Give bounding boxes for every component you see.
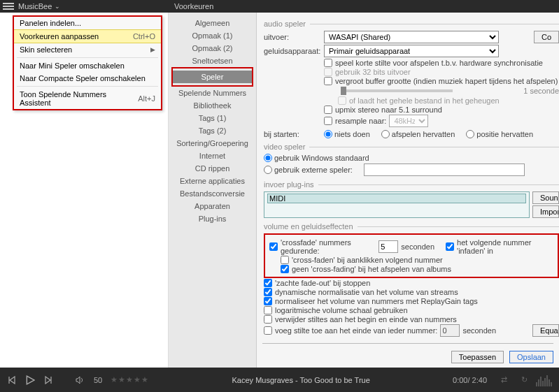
main-menu: Panelen indelen...Voorkeuren aanpassenCt… xyxy=(13,15,162,110)
start-label: bij starten: xyxy=(264,130,320,138)
menu-separator xyxy=(17,57,158,58)
replaygain-label: normaliseer het volume van nummers met R… xyxy=(275,297,478,305)
output-select[interactable]: WASAPI (Shared) xyxy=(324,31,499,43)
fadeout-checkbox[interactable] xyxy=(264,279,272,287)
menu-item-label: Panelen indelen... xyxy=(20,19,81,27)
rating-stars[interactable]: ★★★★★ xyxy=(111,375,149,384)
video-radio-external[interactable] xyxy=(264,166,272,174)
uitvoer-label: uitvoer: xyxy=(264,33,320,41)
chevron-down-icon[interactable]: ⌄ xyxy=(55,3,60,10)
play-icon[interactable] xyxy=(25,375,35,385)
category-item[interactable]: Sneltoetsen xyxy=(169,55,256,67)
bits32-checkbox xyxy=(324,68,332,76)
category-item[interactable]: Tags (1) xyxy=(169,112,256,124)
crossfade-label: 'crossfade' nummers gedurende: xyxy=(281,238,376,255)
menu-item-label: Toon Spelende Nummers Assistent xyxy=(20,90,138,107)
category-item[interactable]: Spelende Nummers xyxy=(169,87,256,99)
equalizer-button[interactable]: Equa xyxy=(532,324,559,337)
trimsilence-checkbox[interactable] xyxy=(264,315,272,324)
group-audio-header: audio speler xyxy=(264,20,559,28)
menu-item[interactable]: Naar Mini Speler omschakelen xyxy=(14,59,161,72)
cf-click-checkbox[interactable] xyxy=(281,256,289,264)
category-item[interactable]: Algemeen xyxy=(169,17,256,29)
fadeout-label: 'zachte fade-out' bij stoppen xyxy=(275,279,370,287)
start-radio-resume[interactable] xyxy=(381,130,390,138)
menu-item-label: Voorkeuren aanpassen xyxy=(20,32,99,41)
bits32-label: gebruik 32 bits uitvoer xyxy=(335,68,411,76)
volume-icon[interactable] xyxy=(76,375,85,385)
buffer-checkbox[interactable] xyxy=(324,77,332,85)
category-item[interactable]: Tags (2) xyxy=(169,124,256,137)
menu-shortcut: Ctrl+O xyxy=(133,32,155,41)
replaygain-checkbox[interactable] xyxy=(264,297,272,305)
external-player-input[interactable] xyxy=(364,164,525,176)
buffer-slider[interactable] xyxy=(341,89,453,92)
menu-separator xyxy=(17,86,158,87)
menu-item[interactable]: Naar Compacte Speler omschakelen xyxy=(14,72,161,85)
menu-item-label: Naar Compacte Speler omschakelen xyxy=(20,74,146,82)
crossfade-checkbox[interactable] xyxy=(269,242,278,251)
shuffle-icon[interactable]: ⇄ xyxy=(501,375,507,384)
infade-checkbox[interactable] xyxy=(446,242,454,251)
dynnorm-checkbox[interactable] xyxy=(264,288,272,296)
menu-item-label: Skin selecteren xyxy=(20,45,72,54)
category-item[interactable]: Sortering/Groepering xyxy=(169,137,256,150)
category-item[interactable]: Bestandsconversie xyxy=(169,187,256,200)
cf-album-checkbox[interactable] xyxy=(281,265,289,273)
start-radio-none[interactable] xyxy=(324,130,332,138)
resample-checkbox[interactable] xyxy=(324,117,332,125)
category-item[interactable]: Externe applicaties xyxy=(169,175,256,187)
category-item[interactable]: CD rippen xyxy=(169,162,256,175)
addsilence-checkbox[interactable] xyxy=(264,326,272,335)
footer-separator xyxy=(262,343,553,344)
addsilence-label: voeg stilte toe aan het einde van ieder … xyxy=(275,326,437,335)
apply-button[interactable]: Toepassen xyxy=(451,351,504,363)
repeat-icon[interactable]: ↻ xyxy=(521,375,528,384)
category-item[interactable]: Opmaak (2) xyxy=(169,42,256,55)
plugin-midi[interactable]: MIDI xyxy=(267,194,526,203)
category-item[interactable]: Apparaten xyxy=(169,200,256,212)
menu-item[interactable]: Toon Spelende Nummers AssistentAlt+J xyxy=(14,88,161,109)
category-item[interactable]: Plug-ins xyxy=(169,212,256,225)
category-item[interactable]: Opmaak (1) xyxy=(169,29,256,42)
category-list: AlgemeenOpmaak (1)Opmaak (2)SneltoetsenS… xyxy=(169,13,257,368)
cf-album-label: geen 'cross-fading' bij het afspelen van… xyxy=(292,265,451,273)
logvol-label: logaritmische volume schaal gebruiken xyxy=(275,306,408,314)
playback-time: 0:00/ 2:40 xyxy=(453,376,487,384)
category-item[interactable]: Speler xyxy=(173,71,252,83)
menu-item[interactable]: Voorkeuren aanpassenCtrl+O xyxy=(14,29,161,43)
trimsilence-label: verwijder stiltes aan het begin en einde… xyxy=(275,315,457,324)
volume-value: 50 xyxy=(94,376,102,384)
app-name: MusicBee xyxy=(18,2,52,10)
dynnorm-label: dynamische normalisatie van het volume v… xyxy=(275,288,458,296)
upmix-checkbox[interactable] xyxy=(324,106,332,114)
group-volume-header: volume en geluidseffecten xyxy=(264,222,559,231)
logvol-checkbox[interactable] xyxy=(264,306,272,314)
menu-item-label: Naar Mini Speler omschakelen xyxy=(20,61,125,70)
menu-item[interactable]: Panelen indelen... xyxy=(14,17,161,29)
import-button[interactable]: Impor xyxy=(532,205,559,218)
category-item[interactable]: Internet xyxy=(169,150,256,162)
category-item[interactable]: Bibliotheek xyxy=(169,99,256,112)
hamburger-icon[interactable] xyxy=(3,3,14,10)
infade-label: het volgende nummer 'infaden' in xyxy=(457,238,553,255)
save-button[interactable]: Opslaan xyxy=(509,351,553,363)
visualizer xyxy=(536,374,552,386)
soundfont-button[interactable]: Soundf xyxy=(532,191,559,204)
start-radio-pos[interactable] xyxy=(466,130,474,138)
silence-checkbox[interactable] xyxy=(324,59,332,67)
menu-item[interactable]: Skin selecteren▶ xyxy=(14,43,161,56)
dialog-titlebar: Voorkeuren xyxy=(169,0,559,13)
device-select[interactable]: Primair geluidsapparaat xyxy=(324,45,499,57)
buffer-label: vergroot buffer grootte (indien muziek h… xyxy=(335,77,558,85)
device-label: geluidsapparaat: xyxy=(264,47,320,55)
preferences-content: audio speler uitvoer: WASAPI (Shared) Co… xyxy=(257,13,559,368)
plugin-list[interactable]: MIDI xyxy=(264,191,530,218)
crossfade-unit: seconden xyxy=(401,242,434,251)
co-button[interactable]: Co xyxy=(534,31,559,43)
video-radio-windows[interactable] xyxy=(264,154,272,162)
next-track-icon[interactable] xyxy=(43,375,53,385)
prev-track-icon[interactable] xyxy=(7,375,17,385)
group-plugins-header: invoer plug-ins xyxy=(264,180,559,189)
crossfade-seconds-input[interactable] xyxy=(378,240,398,253)
